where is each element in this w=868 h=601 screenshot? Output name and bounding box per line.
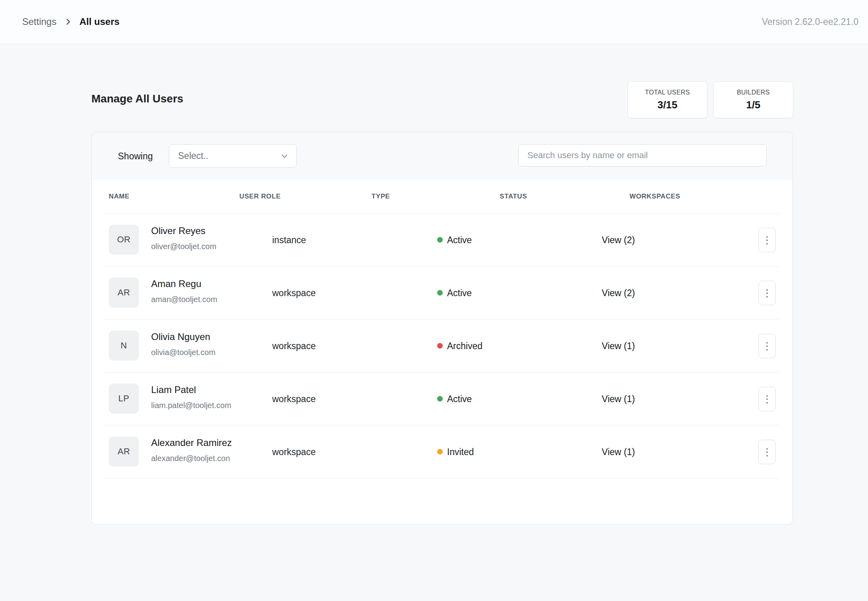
avatar: OR — [109, 225, 139, 255]
column-header-name: NAME — [109, 193, 129, 200]
users-table-inner: NAME USER ROLE TYPE STATUS WORKSPACES OR… — [105, 180, 779, 524]
workspaces-view-link[interactable]: View (1) — [602, 340, 635, 351]
filter-row: Showing Select.. — [92, 132, 792, 180]
table-row: AR Alexander Ramirez alexander@tooljet.c… — [105, 425, 779, 478]
status-badge: Archived — [437, 340, 482, 351]
table-row: AR Aman Regu aman@tooljet.com workspace … — [105, 266, 779, 319]
column-header-type: TYPE — [371, 193, 390, 200]
users-table: NAME USER ROLE TYPE STATUS WORKSPACES OR… — [92, 180, 792, 524]
column-header-workspaces: WORKSPACES — [629, 193, 680, 200]
row-actions-button[interactable]: ⋮ — [758, 228, 776, 252]
kebab-menu-icon: ⋮ — [762, 288, 772, 298]
breadcrumb-current: All users — [80, 16, 119, 27]
user-name: Liam Patel — [151, 384, 196, 395]
user-type: workspace — [272, 287, 316, 298]
status-dot-icon — [437, 449, 443, 455]
user-name: Oliver Reyes — [151, 225, 205, 236]
user-name: Alexander Ramirez — [151, 437, 232, 448]
kebab-menu-icon: ⋮ — [762, 341, 772, 351]
workspaces-view-link[interactable]: View (2) — [602, 234, 635, 245]
stats-cards: TOTAL USERS 3/15 BUILDERS 1/5 — [627, 81, 793, 118]
table-row: N Olivia Nguyen olivia@tooljet.com works… — [105, 319, 779, 372]
avatar: N — [109, 331, 139, 361]
status-label: Invited — [447, 446, 474, 457]
status-dot-icon — [437, 396, 443, 402]
column-header-user-role: USER ROLE — [239, 193, 281, 200]
total-users-value: 3/15 — [658, 99, 678, 111]
showing-label: Showing — [118, 151, 153, 161]
showing-select-value: Select.. — [178, 151, 208, 161]
row-actions-button[interactable]: ⋮ — [758, 334, 776, 358]
status-label: Active — [447, 234, 472, 245]
user-type: workspace — [272, 393, 316, 404]
kebab-menu-icon: ⋮ — [762, 235, 772, 245]
status-badge: Invited — [437, 446, 474, 457]
builders-card: BUILDERS 1/5 — [713, 81, 793, 118]
avatar: AR — [109, 278, 139, 308]
user-email: oliver@tooljet.com — [151, 242, 216, 251]
user-email: liam.patel@tooljet.com — [151, 401, 231, 410]
status-badge: Active — [437, 234, 472, 245]
all-users-page: Settings All users Version 2.62.0-ee2.21… — [0, 0, 868, 601]
user-name: Olivia Nguyen — [151, 331, 210, 342]
table-row: LP Liam Patel liam.patel@tooljet.com wor… — [105, 372, 779, 425]
status-label: Active — [447, 393, 472, 404]
users-card: Showing Select.. NAME USER ROLE TYPE STA… — [91, 132, 793, 525]
table-header: NAME USER ROLE TYPE STATUS WORKSPACES — [105, 180, 779, 214]
builders-value: 1/5 — [746, 99, 760, 111]
search-input[interactable] — [518, 144, 767, 166]
kebab-menu-icon: ⋮ — [762, 447, 772, 457]
avatar: LP — [109, 384, 139, 414]
workspaces-view-link[interactable]: View (1) — [602, 393, 635, 404]
status-badge: Active — [437, 393, 472, 404]
row-actions-button[interactable]: ⋮ — [758, 440, 776, 464]
chevron-right-icon — [64, 17, 72, 26]
status-label: Archived — [447, 340, 482, 351]
builders-label: BUILDERS — [737, 89, 769, 96]
total-users-card: TOTAL USERS 3/15 — [627, 81, 707, 118]
row-actions-button[interactable]: ⋮ — [758, 281, 776, 305]
user-type: workspace — [272, 446, 316, 457]
total-users-label: TOTAL USERS — [645, 89, 690, 96]
topbar: Settings All users Version 2.62.0-ee2.21… — [0, 0, 868, 44]
showing-select[interactable]: Select.. — [169, 144, 297, 168]
chevron-down-icon — [280, 151, 289, 161]
user-name: Aman Regu — [151, 278, 201, 289]
user-type: workspace — [272, 340, 316, 351]
user-type: instance — [272, 234, 306, 245]
status-dot-icon — [437, 290, 443, 296]
page-title: Manage All Users — [91, 93, 183, 105]
column-header-status: STATUS — [500, 193, 527, 200]
status-badge: Active — [437, 287, 472, 298]
status-dot-icon — [437, 237, 443, 243]
status-label: Active — [447, 287, 472, 298]
avatar: AR — [109, 437, 139, 467]
status-dot-icon — [437, 343, 443, 349]
breadcrumb-settings-link[interactable]: Settings — [22, 16, 57, 27]
row-actions-button[interactable]: ⋮ — [758, 387, 776, 411]
user-email: alexander@tooljet.con — [151, 454, 230, 463]
breadcrumb: Settings All users — [22, 16, 119, 27]
user-email: olivia@tooljet.com — [151, 348, 216, 357]
table-row: OR Oliver Reyes oliver@tooljet.com insta… — [105, 214, 779, 266]
user-email: aman@tooljet.com — [151, 295, 217, 304]
kebab-menu-icon: ⋮ — [762, 394, 772, 404]
workspaces-view-link[interactable]: View (2) — [602, 287, 635, 298]
version-label: Version 2.62.0-ee2.21.0 — [762, 17, 859, 27]
workspaces-view-link[interactable]: View (1) — [602, 446, 635, 457]
